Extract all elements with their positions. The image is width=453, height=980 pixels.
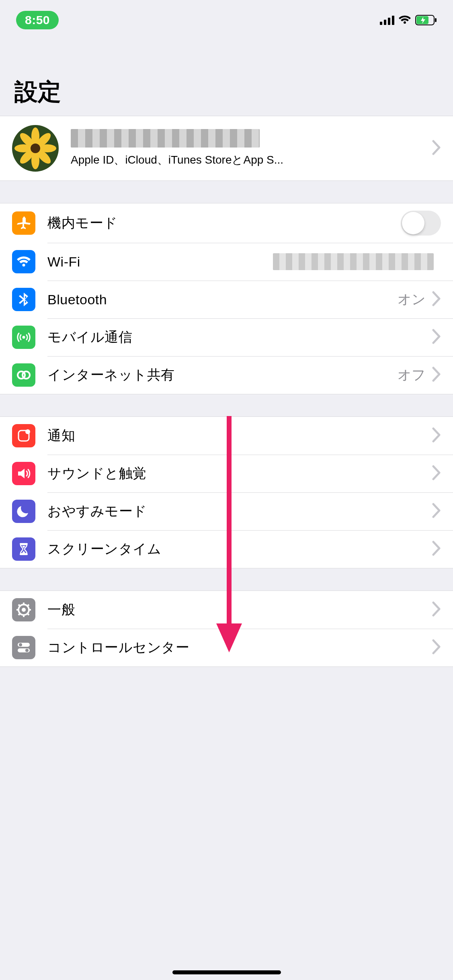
chevron-right-icon — [432, 329, 441, 346]
chevron-right-icon — [432, 639, 441, 656]
avatar — [12, 125, 59, 172]
row-label: サウンドと触覚 — [47, 464, 432, 483]
battery-charging-icon — [415, 15, 437, 25]
wifi-row[interactable]: Wi-Fi — [0, 243, 453, 281]
row-label: 通知 — [47, 426, 432, 445]
svg-point-36 — [19, 643, 22, 646]
chevron-right-icon — [432, 291, 441, 308]
chevron-right-icon — [432, 601, 441, 618]
do-not-disturb-row[interactable]: おやすみモード — [0, 492, 453, 530]
status-time-pill: 8:50 — [16, 11, 59, 29]
notifications-group: 通知 サウンドと触覚 おやすみモード スクリーンタイム — [0, 416, 453, 568]
row-value: オフ — [398, 366, 426, 384]
airplane-switch[interactable] — [401, 211, 441, 236]
bluetooth-icon — [12, 288, 35, 311]
chevron-right-icon — [432, 427, 441, 444]
gear-icon — [12, 598, 35, 621]
notifications-row[interactable]: 通知 — [0, 417, 453, 455]
row-label: モバイル通信 — [47, 328, 432, 346]
apple-id-row[interactable]: Apple ID、iCloud、iTunes StoreとApp S... — [0, 116, 453, 180]
chevron-right-icon — [432, 367, 441, 383]
notifications-icon — [12, 424, 35, 447]
svg-rect-6 — [435, 18, 437, 22]
row-label: Bluetooth — [47, 292, 398, 308]
row-label: コントロールセンター — [47, 638, 432, 657]
svg-point-38 — [25, 649, 29, 652]
profile-group: Apple ID、iCloud、iTunes StoreとApp S... — [0, 116, 453, 181]
svg-point-26 — [22, 608, 26, 612]
bluetooth-row[interactable]: Bluetooth オン — [0, 281, 453, 318]
cellular-signal-icon — [380, 15, 394, 25]
chevron-right-icon — [432, 503, 441, 520]
moon-icon — [12, 500, 35, 523]
svg-point-18 — [23, 336, 25, 339]
profile-subtitle: Apple ID、iCloud、iTunes StoreとApp S... — [71, 152, 384, 168]
general-row[interactable]: 一般 — [0, 591, 453, 629]
svg-rect-2 — [388, 18, 390, 25]
home-indicator — [172, 970, 281, 974]
svg-point-17 — [31, 144, 40, 153]
row-label: Wi-Fi — [47, 254, 273, 270]
control-center-row[interactable]: コントロールセンター — [0, 629, 453, 666]
row-label: 機内モード — [47, 214, 401, 232]
screen-time-row[interactable]: スクリーンタイム — [0, 530, 453, 568]
airplane-mode-row[interactable]: 機内モード — [0, 203, 453, 243]
row-label: スクリーンタイム — [47, 540, 432, 558]
svg-point-22 — [25, 429, 30, 434]
svg-line-31 — [18, 605, 20, 606]
cellular-row[interactable]: モバイル通信 — [0, 318, 453, 356]
antenna-icon — [12, 326, 35, 349]
chevron-right-icon — [432, 541, 441, 558]
profile-name-redacted — [71, 129, 260, 148]
svg-line-32 — [27, 613, 29, 615]
row-value: オン — [398, 290, 426, 309]
chevron-right-icon — [432, 465, 441, 482]
page-title: 設定 — [0, 40, 453, 116]
toggle-icon — [12, 636, 35, 659]
status-bar: 8:50 — [0, 0, 453, 40]
airplane-icon — [12, 211, 35, 235]
svg-line-33 — [27, 605, 29, 606]
svg-point-20 — [23, 371, 30, 379]
svg-rect-3 — [392, 16, 394, 25]
row-label: インターネット共有 — [47, 366, 398, 384]
connectivity-group: 機内モード Wi-Fi Bluetooth オン モバイル通信 インターネット共 — [0, 203, 453, 394]
hotspot-row[interactable]: インターネット共有 オフ — [0, 356, 453, 394]
wifi-status-icon — [398, 15, 411, 25]
status-right — [380, 15, 437, 25]
sounds-row[interactable]: サウンドと触覚 — [0, 455, 453, 492]
svg-rect-1 — [384, 20, 386, 25]
svg-rect-0 — [380, 22, 382, 25]
wifi-value-redacted — [273, 253, 434, 270]
svg-line-34 — [18, 613, 20, 615]
hourglass-icon — [12, 537, 35, 561]
chevron-right-icon — [432, 140, 441, 157]
row-label: 一般 — [47, 601, 432, 619]
row-label: おやすみモード — [47, 502, 432, 521]
general-group: 一般 コントロールセンター — [0, 590, 453, 667]
wifi-icon — [12, 250, 35, 273]
speaker-icon — [12, 462, 35, 485]
link-icon — [12, 363, 35, 387]
